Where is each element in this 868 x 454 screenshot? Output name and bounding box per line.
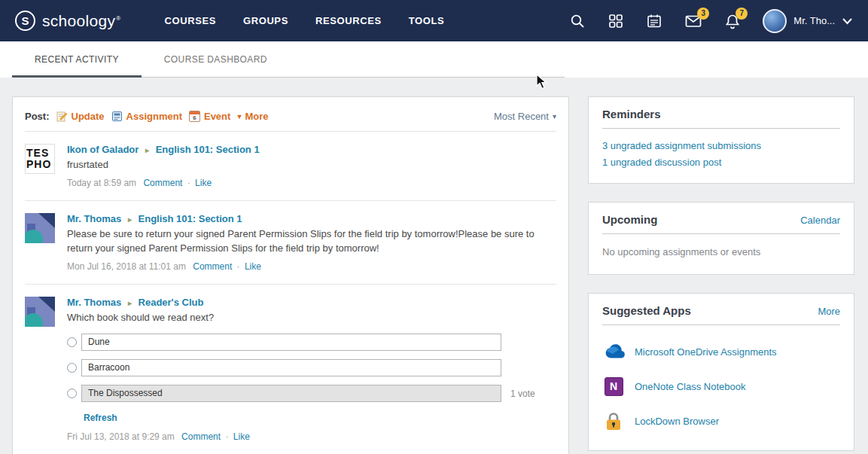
suggested-apps-title: Suggested Apps	[602, 304, 691, 317]
user-menu[interactable]: Mr. Tho...	[763, 9, 853, 33]
comment-link[interactable]: Comment	[181, 431, 221, 442]
tab-course-dashboard[interactable]: COURSE DASHBOARD	[142, 41, 290, 77]
separator: ·	[237, 261, 240, 272]
course-link[interactable]: English 101: Section 1	[156, 144, 260, 155]
post-update-button[interactable]: Update	[56, 111, 105, 122]
post-meta: Mon Jul 16, 2018 at 11:01 am Comment · L…	[67, 261, 556, 272]
radio-button[interactable]	[67, 337, 77, 347]
separator: ·	[187, 178, 190, 188]
update-icon	[56, 111, 68, 122]
notifications-badge: 7	[736, 8, 748, 20]
sort-dropdown[interactable]: Most Recent ▾	[494, 111, 556, 122]
avatar-text: PHO	[26, 159, 54, 170]
avatar-text: TES	[26, 148, 54, 159]
poll-choice[interactable]: Barracoon	[81, 359, 501, 376]
post-toolbar: Post: Update Assignment 6 Event ▾ More	[25, 108, 556, 132]
post-label: Post:	[25, 111, 50, 122]
post-event-button[interactable]: 6 Event	[189, 111, 230, 122]
post-body: Which book should we read next?	[67, 311, 556, 325]
feed-item: Mr. Thomas ▸ English 101: Section 1 Plea…	[25, 201, 556, 285]
refresh-link[interactable]: Refresh	[84, 413, 117, 423]
messages-icon[interactable]: 3	[684, 13, 702, 29]
avatar[interactable]	[25, 213, 55, 243]
breadcrumb-arrow-icon: ▸	[145, 146, 149, 154]
course-link[interactable]: Reader's Club	[139, 297, 204, 308]
post-meta: Today at 8:59 am Comment · Like	[67, 178, 556, 188]
app-link-lockdown[interactable]: LockDown Browser	[635, 416, 719, 427]
apps-grid-icon[interactable]	[608, 13, 624, 29]
app-row: N OneNote Class Notebook	[602, 369, 840, 404]
tab-recent-activity[interactable]: RECENT ACTIVITY	[12, 41, 142, 77]
breadcrumb-arrow-icon: ▸	[128, 299, 132, 307]
timestamp: Today at 8:59 am	[67, 178, 136, 188]
notifications-icon[interactable]: 7	[724, 13, 741, 29]
search-icon[interactable]	[569, 13, 586, 29]
nav-resources[interactable]: RESOURCES	[315, 15, 382, 26]
feed-item: TES PHO Ikon of Galador ▸ English 101: S…	[25, 132, 556, 201]
breadcrumb-arrow-icon: ▸	[128, 215, 132, 224]
post-more-button[interactable]: ▾ More	[237, 111, 268, 122]
radio-button[interactable]	[67, 388, 77, 398]
feed-item: Mr. Thomas ▸ Reader's Club Which book sh…	[25, 285, 556, 454]
separator: ·	[225, 431, 228, 442]
reminder-link-assignments[interactable]: 3 ungraded assignment submissions	[602, 138, 840, 154]
like-link[interactable]: Like	[245, 261, 261, 272]
poll-option: Barracoon	[67, 359, 556, 376]
event-icon: 6	[189, 111, 200, 122]
like-link[interactable]: Like	[195, 178, 212, 188]
vote-count: 1 vote	[510, 388, 535, 399]
poll-choice[interactable]: The Dispossessed	[81, 385, 501, 402]
sort-label: Most Recent	[494, 111, 549, 122]
onenote-letter: N	[610, 380, 617, 392]
upcoming-title: Upcoming	[602, 213, 657, 226]
comment-link[interactable]: Comment	[193, 261, 232, 272]
poll-choice[interactable]: Dune	[81, 334, 501, 351]
caret-down-icon: ▾	[553, 112, 556, 120]
calendar-icon[interactable]	[646, 13, 662, 29]
brand-name: schoology®	[42, 12, 120, 30]
assignment-icon	[111, 111, 123, 122]
avatar[interactable]: TES PHO	[25, 144, 55, 174]
timestamp: Fri Jul 13, 2018 at 9:29 am	[67, 431, 175, 442]
brand-text: schoology	[42, 12, 115, 29]
like-link[interactable]: Like	[233, 431, 250, 442]
app-link-onenote[interactable]: OneNote Class Notebook	[635, 381, 745, 392]
page-content: Post: Update Assignment 6 Event ▾ More	[0, 78, 868, 454]
messages-badge: 3	[697, 8, 709, 20]
comment-link[interactable]: Comment	[143, 178, 182, 188]
app-link-onedrive[interactable]: Microsoft OneDrive Assignments	[635, 346, 777, 358]
app-row: Microsoft OneDrive Assignments	[602, 334, 840, 369]
post-more-label: More	[245, 111, 268, 122]
post-meta: Fri Jul 13, 2018 at 9:29 am Comment · Li…	[67, 431, 556, 442]
author-link[interactable]: Mr. Thomas	[67, 213, 121, 224]
nav-groups[interactable]: GROUPS	[243, 15, 288, 26]
author-link[interactable]: Ikon of Galador	[67, 144, 139, 155]
sidebar: Reminders 3 ungraded assignment submissi…	[588, 96, 854, 451]
post-update-label: Update	[72, 111, 105, 122]
more-apps-link[interactable]: More	[818, 306, 840, 317]
post-assignment-button[interactable]: Assignment	[111, 111, 182, 122]
nav-courses[interactable]: COURSES	[164, 15, 216, 26]
schoology-logo[interactable]: S schoology®	[15, 11, 120, 31]
course-link[interactable]: English 101: Section 1	[139, 213, 242, 224]
tab-strip: RECENT ACTIVITY COURSE DASHBOARD	[12, 41, 565, 78]
registered-mark: ®	[116, 15, 120, 22]
avatar[interactable]	[25, 297, 55, 327]
nav-tools[interactable]: TOOLS	[409, 15, 445, 26]
onenote-icon: N	[602, 376, 625, 397]
radio-button[interactable]	[67, 363, 77, 373]
upcoming-card: Upcoming Calendar No upcoming assignment…	[588, 202, 854, 275]
primary-nav: COURSES GROUPS RESOURCES TOOLS	[164, 15, 444, 26]
reminder-link-discussion[interactable]: 1 ungraded discussion post	[602, 154, 840, 171]
post-body: frusrtated	[67, 158, 556, 172]
author-link[interactable]: Mr. Thomas	[67, 297, 121, 308]
activity-feed-card: Post: Update Assignment 6 Event ▾ More	[12, 96, 569, 454]
suggested-apps-card: Suggested Apps More Microsoft OneDrive A…	[588, 293, 854, 451]
chevron-down-icon	[842, 17, 853, 25]
timestamp: Mon Jul 16, 2018 at 11:01 am	[67, 261, 186, 272]
post-header: Ikon of Galador ▸ English 101: Section 1	[67, 144, 556, 155]
poll-option: The Dispossessed 1 vote	[67, 385, 556, 402]
navbar-utilities: 3 7 Mr. Tho...	[569, 9, 853, 33]
calendar-link[interactable]: Calendar	[800, 215, 840, 226]
avatar	[763, 9, 787, 33]
